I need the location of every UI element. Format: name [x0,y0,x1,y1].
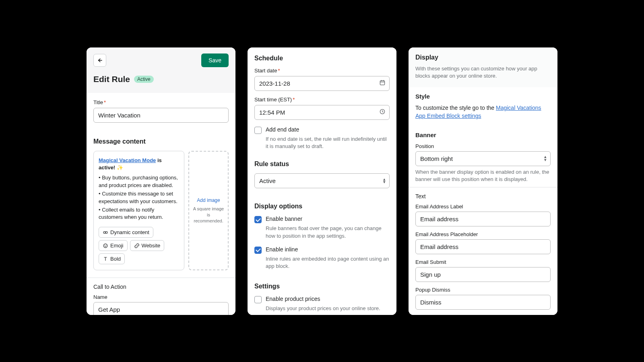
back-button[interactable] [93,54,106,67]
enable-prices-label: Enable product prices [266,296,320,302]
display-panel: Display With these settings you can cust… [409,47,557,315]
enable-prices-desc: Displays your product prices on your onl… [254,305,390,312]
schedule-heading: Schedule [254,55,390,62]
enable-inline-desc: Inline rules are embedded into page cont… [254,255,390,270]
start-date-input[interactable] [254,76,390,91]
position-select[interactable]: Bottom right [415,151,551,166]
svg-point-2 [103,244,107,248]
link-icon [134,243,140,249]
email-ph-input[interactable] [415,239,551,254]
page-title: Edit Rule [93,74,130,84]
enable-banner-checkbox[interactable] [254,216,262,223]
position-hint: When the banner display option is enable… [415,169,551,183]
svg-rect-0 [103,232,105,233]
settings-heading: Settings [254,283,390,290]
emoji-button[interactable]: Emoji [99,240,128,251]
save-button[interactable]: Save [201,53,229,67]
svg-point-3 [105,245,105,245]
image-hint: A square image is recommended. [192,206,225,224]
enable-inline-label: Enable inline [266,246,298,253]
message-editor[interactable]: Magical Vacation Mode is active! ✨ • Buy… [93,151,184,271]
popup-dismiss-label: Popup Dismiss [415,287,551,293]
chevron-updown-icon: ▴▾ [544,156,547,162]
enable-banner-label: Enable banner [266,216,302,222]
cta-heading: Call to Action [93,284,229,290]
svg-rect-5 [380,81,384,85]
position-label: Position [415,143,551,149]
svg-point-4 [106,245,106,245]
enable-banner-desc: Rule banners float over the page, you ca… [254,225,390,239]
image-dropzone[interactable]: Add image A square image is recommended. [188,151,229,271]
email-ph-label: Email Address Placeholder [415,231,551,237]
panel-header: Save Edit Rule Active [87,47,235,93]
end-date-hint: If no end date is set, the rule will run… [254,136,390,150]
title-input[interactable] [93,108,229,123]
bold-button[interactable]: Bold [99,253,125,264]
cta-name-input[interactable] [93,302,229,315]
arrow-left-icon [97,58,103,63]
add-image-button[interactable]: Add image [197,197,220,204]
message-content-heading: Message content [93,138,229,145]
message-bullet: • Buy buttons, purchasing options, and p… [99,174,179,189]
chevron-updown-icon: ▴▾ [383,178,386,184]
add-end-date-checkbox[interactable] [254,127,262,134]
style-text: To customize the style go to the [415,105,496,111]
banner-heading: Banner [415,132,551,138]
style-heading: Style [415,93,551,100]
text-icon [103,256,108,262]
calendar-icon[interactable] [379,80,386,87]
display-desc: With these settings you can customize ho… [415,65,551,80]
text-heading: Text [415,193,551,200]
svg-rect-1 [105,232,107,233]
dynamic-content-button[interactable]: Dynamic content [99,227,153,238]
enable-inline-checkbox[interactable] [254,247,262,254]
enable-prices-checkbox[interactable] [254,296,262,303]
message-bullet: • Customize this message to set expectat… [99,190,179,206]
title-label: Title* [93,99,229,105]
message-bullet: • Collect emails to notify customers whe… [99,206,179,222]
email-submit-input[interactable] [415,267,551,282]
schedule-panel: Schedule Start date* Start time (EST)* A… [248,47,396,315]
popup-dismiss-input[interactable] [415,295,551,310]
display-header: Display With these settings you can cust… [409,47,557,88]
clock-icon[interactable] [379,109,386,116]
message-mode-link[interactable]: Magical Vacation Mode [99,157,156,163]
link-icon [103,230,108,235]
display-heading: Display [415,54,551,61]
display-options-heading: Display options [254,203,390,210]
rule-status-select[interactable]: Active [254,173,390,188]
start-date-label: Start date* [254,68,390,74]
email-label-input[interactable] [415,212,551,226]
email-label-label: Email Address Label [415,204,551,210]
emoji-icon [103,243,108,249]
edit-rule-panel: Save Edit Rule Active Title* Message con… [87,47,235,315]
cta-name-label: Name [93,294,229,300]
website-button[interactable]: Website [130,240,165,251]
status-badge: Active [134,76,154,83]
start-time-input[interactable] [254,105,390,120]
start-time-label: Start time (EST)* [254,97,390,103]
rule-status-heading: Rule status [254,160,390,168]
add-end-date-label: Add end date [266,126,299,133]
email-submit-label: Email Submit [415,259,551,265]
